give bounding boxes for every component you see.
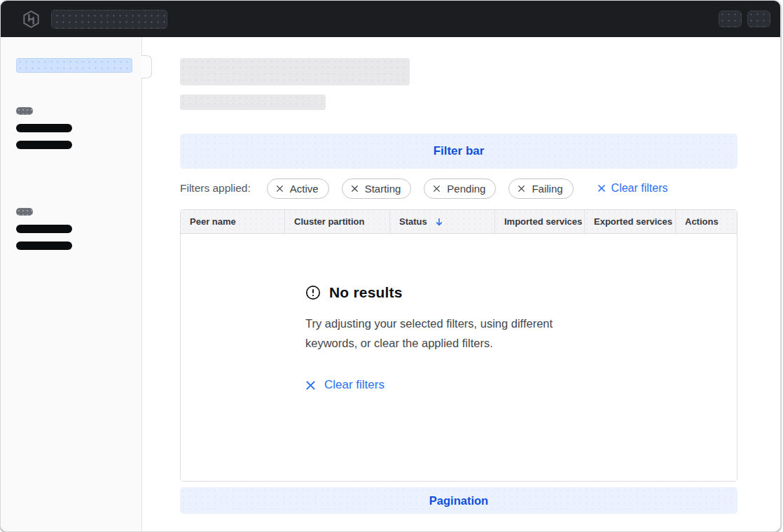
filters-applied-row: Filters applied: Active Starting Pending… [180, 178, 737, 199]
remove-filter-icon[interactable] [351, 185, 359, 192]
column-header-status[interactable]: Status [390, 210, 495, 233]
filter-pill-starting[interactable]: Starting [342, 178, 412, 199]
empty-state-title: No results [329, 284, 403, 301]
app-body: Filter bar Filters applied: Active Start… [1, 37, 780, 532]
filter-pill-label: Active [290, 183, 319, 195]
sidebar-collapse-handle[interactable] [141, 55, 152, 78]
column-header-label: Imported services [504, 216, 582, 227]
filter-pill-label: Pending [447, 183, 485, 195]
remove-filter-icon[interactable] [518, 185, 525, 192]
filters-applied-label: Filters applied: [180, 182, 251, 195]
top-navbar [1, 1, 780, 37]
sidebar [1, 37, 142, 532]
empty-state-description: Try adjusting your selected filters, usi… [305, 314, 605, 353]
pagination-placeholder: Pagination [180, 487, 737, 514]
clear-filters-icon [305, 380, 316, 391]
remove-filter-icon[interactable] [433, 185, 441, 192]
column-header-cluster-partition[interactable]: Cluster partition [285, 210, 390, 233]
global-search-input[interactable] [51, 10, 167, 29]
sidebar-section-label [16, 208, 33, 216]
filter-pill-pending[interactable]: Pending [424, 178, 496, 199]
table-body: No results Try adjusting your selected f… [181, 234, 737, 481]
filter-pill-label: Starting [365, 183, 401, 195]
clear-filters-icon [597, 184, 606, 192]
column-header-label: Cluster partition [294, 216, 364, 227]
clear-filters-link[interactable]: Clear filters [597, 182, 668, 195]
sidebar-nav-link[interactable] [16, 241, 72, 250]
empty-state-clear-filters-label: Clear filters [324, 378, 384, 392]
filter-pill-label: Failing [532, 183, 562, 195]
remove-filter-icon[interactable] [276, 185, 284, 192]
column-header-peer-name[interactable]: Peer name [181, 210, 285, 233]
peers-table: Peer name Cluster partition Status Impor… [180, 209, 737, 482]
filter-pill-active[interactable]: Active [267, 178, 329, 199]
filter-pill-failing[interactable]: Failing [508, 178, 573, 199]
clear-filters-label: Clear filters [611, 182, 668, 195]
page-title-skeleton [180, 58, 410, 85]
sidebar-section-label [16, 107, 33, 115]
alert-circle-icon [305, 285, 321, 300]
app-window: Filter bar Filters applied: Active Start… [0, 0, 781, 532]
column-header-exported-services[interactable]: Exported services [585, 210, 676, 233]
navbar-user-button[interactable] [747, 10, 770, 27]
sidebar-nav-link[interactable] [16, 124, 72, 132]
sidebar-nav-link[interactable] [16, 141, 72, 149]
sort-descending-icon[interactable] [434, 217, 444, 227]
empty-state-clear-filters-link[interactable]: Clear filters [305, 378, 384, 392]
column-header-label: Exported services [594, 216, 672, 227]
column-header-label: Actions [685, 216, 719, 227]
pagination-label: Pagination [429, 494, 488, 507]
sidebar-active-item[interactable] [16, 58, 132, 73]
table-header-row: Peer name Cluster partition Status Impor… [181, 210, 737, 234]
column-header-label: Status [399, 216, 427, 227]
column-header-actions[interactable]: Actions [676, 210, 737, 233]
navbar-help-button[interactable] [719, 10, 742, 27]
filter-bar-placeholder: Filter bar [180, 134, 737, 169]
column-header-imported-services[interactable]: Imported services [495, 210, 585, 233]
main-content: Filter bar Filters applied: Active Start… [142, 37, 780, 532]
page-subtitle-skeleton [180, 94, 326, 110]
empty-state: No results Try adjusting your selected f… [181, 234, 622, 392]
filter-bar-label: Filter bar [434, 144, 485, 158]
column-header-label: Peer name [190, 216, 236, 227]
empty-state-header: No results [305, 284, 622, 301]
sidebar-nav-link[interactable] [16, 225, 72, 233]
hashicorp-logo-icon [22, 10, 41, 29]
